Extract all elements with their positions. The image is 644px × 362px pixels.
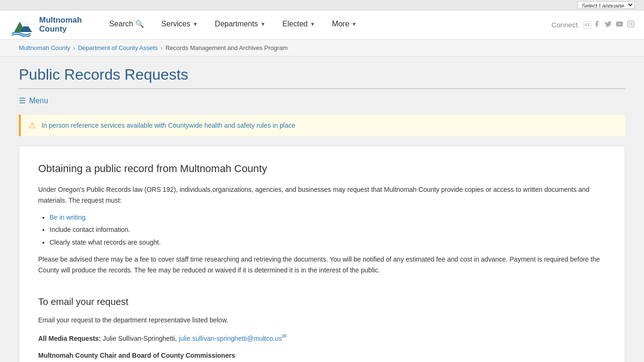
elected-nav[interactable]: Elected ▼ xyxy=(274,10,323,40)
list-item: Include contact information. xyxy=(50,224,606,235)
connect-area: Connect  xyxy=(552,20,635,30)
media-contact-name: Julie Sullivan-Springhetti, xyxy=(103,335,179,342)
more-nav[interactable]: More ▼ xyxy=(323,10,365,40)
media-label: All Media Requests: xyxy=(38,335,101,342)
list-item: Clearly state what records are sought. xyxy=(50,237,606,247)
requirements-list: Be in writing. Include contact informati… xyxy=(50,212,606,247)
alert-link[interactable]: In person reference services available w… xyxy=(41,122,296,129)
instagram-icon[interactable] xyxy=(627,20,635,30)
section2-para1: Email your request to the department rep… xyxy=(38,315,606,325)
section1-para2: Please be advised there may be a fee to … xyxy=(38,254,606,275)
breadcrumb-dept[interactable]: Department of County Assets xyxy=(78,44,157,51)
content-box: Obtaining a public record from Multnomah… xyxy=(19,146,625,362)
chevron-down-icon: ▼ xyxy=(193,21,198,27)
chevron-down-icon: ▼ xyxy=(310,21,315,27)
section2-title: To email your request xyxy=(38,294,606,309)
media-contact-line: All Media Requests: Julie Sullivan-Sprin… xyxy=(38,332,606,344)
breadcrumb-separator: › xyxy=(161,44,163,51)
breadcrumb-separator: › xyxy=(73,44,75,51)
language-select[interactable]: Select Language xyxy=(578,1,635,8)
breadcrumb-home[interactable]: Multnomah County xyxy=(19,44,70,51)
section3-label: Multnomah County Chair and Board of Coun… xyxy=(38,350,606,361)
breadcrumb-current: Records Management and Archives Program xyxy=(165,44,288,51)
search-text: Search xyxy=(109,20,133,28)
svg-rect-4 xyxy=(627,21,634,27)
chevron-down-icon: ▼ xyxy=(260,21,265,27)
main-nav: Search 🔍 Services ▼ Departments ▼ Electe… xyxy=(101,10,552,40)
chevron-down-icon: ▼ xyxy=(352,21,357,27)
hamburger-icon: ☰ xyxy=(19,96,25,105)
logo-icon xyxy=(9,13,35,37)
departments-nav[interactable]: Departments ▼ xyxy=(206,10,274,40)
section1-para1: Under Oregon's Public Records law (ORS 1… xyxy=(38,184,606,206)
youtube-icon[interactable] xyxy=(616,20,623,30)
media-email-link[interactable]: julie.sullivan-springhetti@multco.us✉ xyxy=(179,335,287,342)
alert-banner: ⚠ In person reference services available… xyxy=(19,115,625,136)
site-logo[interactable]: Multnomah County xyxy=(9,13,82,37)
section1-title: Obtaining a public record from Multnomah… xyxy=(38,160,606,177)
email-icon: ✉ xyxy=(282,333,287,339)
writing-link[interactable]: Be in writing. xyxy=(50,214,87,221)
svg-marker-2 xyxy=(24,23,28,26)
twitter-icon[interactable] xyxy=(604,20,612,30)
warning-icon: ⚠ xyxy=(28,120,36,131)
menu-toggle[interactable]: ☰ Menu xyxy=(19,96,625,105)
page-title: Public Records Requests xyxy=(19,66,625,89)
breadcrumb: Multnomah County › Department of County … xyxy=(0,40,644,57)
facebook-icon[interactable]:  xyxy=(584,20,601,30)
list-item: Be in writing. xyxy=(50,212,606,222)
search-nav[interactable]: Search 🔍 xyxy=(101,10,153,40)
services-nav[interactable]: Services ▼ xyxy=(153,10,206,40)
search-icon: 🔍 xyxy=(135,20,144,28)
